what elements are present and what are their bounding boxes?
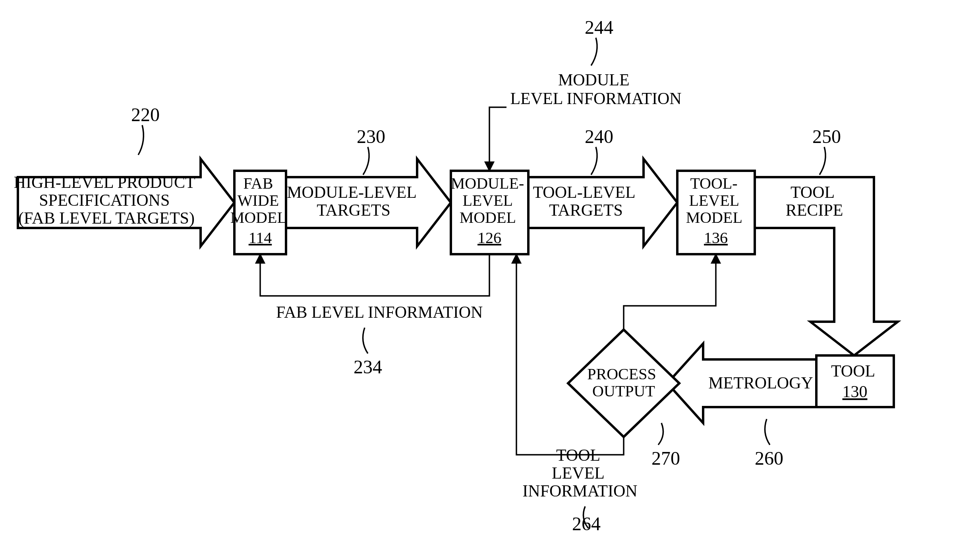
- ref-240: 240: [585, 126, 613, 147]
- ref-270-squiggle: [658, 423, 663, 445]
- ref-220: 220: [131, 104, 160, 125]
- module-targets-text: MODULE-LEVEL TARGETS: [287, 183, 420, 219]
- ref-270: 270: [651, 448, 680, 469]
- tool-targets-text: TOOL-LEVEL TARGETS: [533, 183, 639, 219]
- ref-234-squiggle: [363, 328, 368, 353]
- spec-text: HIGH-LEVEL PRODUCT SPECIFICATIONS (FAB L…: [14, 173, 199, 228]
- fab-level-info-text: FAB LEVEL INFORMATION: [276, 303, 483, 321]
- metrology-text: METROLOGY: [708, 374, 813, 392]
- ref-260-squiggle: [765, 419, 770, 445]
- process-output-to-tool-model-line: [624, 254, 716, 330]
- process-output-text: PROCESS OUTPUT: [587, 365, 660, 400]
- ref-240-squiggle: [591, 147, 597, 175]
- module-level-info-line: [489, 107, 506, 171]
- flowchart-diagram: HIGH-LEVEL PRODUCT SPECIFICATIONS (FAB L…: [0, 0, 980, 533]
- ref-234: 234: [354, 356, 382, 377]
- ref-244: 244: [585, 17, 613, 38]
- ref-220-squiggle: [138, 125, 143, 155]
- ref-250-squiggle: [820, 147, 825, 175]
- ref-264: 264: [572, 513, 601, 533]
- ref-244-squiggle: [591, 38, 597, 66]
- ref-250: 250: [812, 126, 841, 147]
- tool-recipe-text: TOOL RECIPE: [786, 183, 843, 219]
- ref-260: 260: [755, 448, 783, 469]
- module-level-info-text: MODULE LEVEL INFORMATION: [510, 71, 681, 108]
- ref-230-squiggle: [363, 147, 369, 175]
- ref-230: 230: [357, 126, 385, 147]
- fab-level-info-line: [260, 254, 489, 296]
